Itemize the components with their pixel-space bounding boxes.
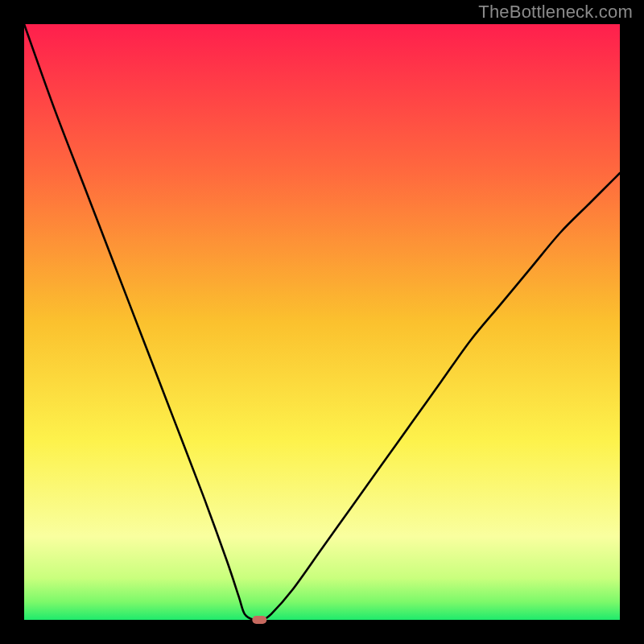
- chart-stage: TheBottleneck.com: [0, 0, 644, 644]
- watermark-text: TheBottleneck.com: [478, 2, 633, 23]
- chart-plot-area: [24, 24, 620, 620]
- bottleneck-chart: [0, 0, 644, 644]
- optimal-point-marker: [252, 616, 266, 624]
